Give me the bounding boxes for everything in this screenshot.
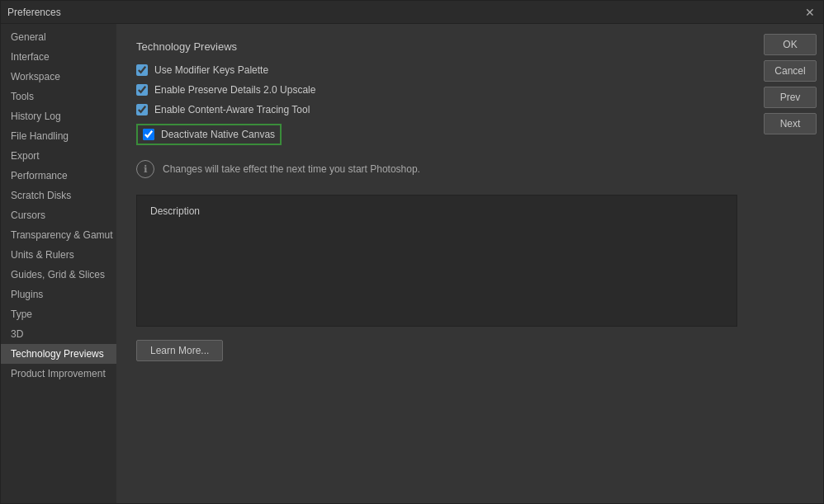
learn-more-button[interactable]: Learn More...	[136, 340, 223, 361]
checkbox-row-content-aware: Enable Content-Aware Tracing Tool	[136, 104, 737, 115]
sidebar-item-3d[interactable]: 3D	[1, 324, 116, 344]
content-panel: Technology Previews Use Modifier Keys Pa…	[116, 24, 757, 503]
description-title: Description	[150, 205, 723, 217]
sidebar-item-units-rulers[interactable]: Units & Rulers	[1, 245, 116, 265]
window-title: Preferences	[7, 7, 61, 18]
checkbox-row-deactivate-canvas: Deactivate Native Canvas	[136, 124, 282, 145]
info-icon: ℹ	[136, 160, 154, 178]
info-row: ℹ Changes will take effect the next time…	[136, 160, 737, 178]
section-title: Technology Previews	[136, 40, 737, 53]
checkbox-row-modifier-keys: Use Modifier Keys Palette	[136, 64, 737, 76]
sidebar-item-guides-grid-slices[interactable]: Guides, Grid & Slices	[1, 265, 116, 285]
checkbox-label-deactivate-canvas: Deactivate Native Canvas	[161, 129, 275, 140]
sidebar-item-history-log[interactable]: History Log	[1, 106, 116, 126]
cancel-button[interactable]: Cancel	[764, 60, 817, 82]
sidebar-item-workspace[interactable]: Workspace	[1, 67, 116, 87]
sidebar-item-technology-previews[interactable]: Technology Previews	[1, 344, 116, 364]
checkbox-row-preserve-details: Enable Preserve Details 2.0 Upscale	[136, 84, 737, 96]
prev-button[interactable]: Prev	[764, 87, 817, 108]
sidebar-item-interface[interactable]: Interface	[1, 47, 116, 67]
sidebar-item-cursors[interactable]: Cursors	[1, 205, 116, 225]
checkbox-modifier-keys[interactable]	[136, 64, 148, 76]
right-panel: OK Cancel Prev Next	[757, 24, 823, 503]
sidebar-item-general[interactable]: General	[1, 27, 116, 47]
preferences-window: Preferences ✕ GeneralInterfaceWorkspaceT…	[0, 0, 824, 504]
sidebar-item-plugins[interactable]: Plugins	[1, 285, 116, 304]
checkbox-preserve-details[interactable]	[136, 84, 148, 96]
checkbox-label-modifier-keys: Use Modifier Keys Palette	[154, 64, 268, 76]
checkbox-label-content-aware: Enable Content-Aware Tracing Tool	[154, 104, 310, 115]
checkbox-content-aware[interactable]	[136, 104, 148, 115]
description-section: Description	[136, 195, 737, 327]
next-button[interactable]: Next	[764, 113, 817, 134]
content-area: Technology Previews Use Modifier Keys Pa…	[116, 24, 757, 503]
sidebar-item-performance[interactable]: Performance	[1, 166, 116, 186]
sidebar-item-scratch-disks[interactable]: Scratch Disks	[1, 186, 116, 205]
checkbox-label-preserve-details: Enable Preserve Details 2.0 Upscale	[154, 84, 315, 96]
info-message: Changes will take effect the next time y…	[163, 163, 420, 175]
sidebar: GeneralInterfaceWorkspaceToolsHistory Lo…	[1, 24, 116, 503]
main-content: GeneralInterfaceWorkspaceToolsHistory Lo…	[1, 24, 823, 503]
ok-button[interactable]: OK	[764, 34, 817, 55]
title-bar: Preferences ✕	[1, 1, 823, 24]
sidebar-item-product-improvement[interactable]: Product Improvement	[1, 364, 116, 384]
checkbox-deactivate-canvas[interactable]	[143, 129, 154, 140]
close-button[interactable]: ✕	[803, 6, 817, 19]
sidebar-item-file-handling[interactable]: File Handling	[1, 126, 116, 146]
sidebar-item-transparency-gamut[interactable]: Transparency & Gamut	[1, 225, 116, 245]
sidebar-item-export[interactable]: Export	[1, 146, 116, 166]
checkboxes-container: Use Modifier Keys PaletteEnable Preserve…	[136, 64, 737, 153]
sidebar-item-type[interactable]: Type	[1, 304, 116, 324]
sidebar-item-tools[interactable]: Tools	[1, 87, 116, 106]
